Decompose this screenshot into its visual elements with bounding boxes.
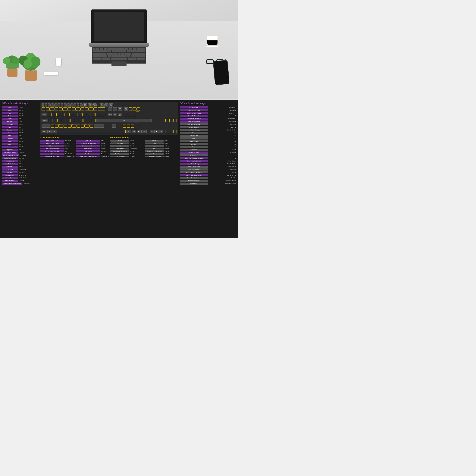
shortcut-key: Ctrl+End (19, 157, 24, 159)
excel-shortcut-item: Paste SpecialCtrl+Alt+V (76, 150, 109, 153)
right-shortcut-key: Windows+F+Ctrl (226, 180, 236, 182)
excel-shortcut-item: Add / Edit AnnotationsShift+F2 (40, 142, 74, 145)
word-key: Ctrl + U (130, 143, 135, 144)
right-shortcut-label: Open *Find All Files (180, 120, 208, 122)
right-shortcut-item: Rename FileF2 (180, 134, 236, 137)
key-f2: F2 (48, 103, 51, 107)
shortcut-label: Replace (2, 129, 18, 131)
key-space (58, 130, 126, 133)
right-shortcut-label: Switch Input Method (180, 123, 208, 125)
right-shortcut-label: Refresh (180, 143, 208, 145)
left-shortcut-item: Skip To Beginning of FileCtrl+Home (2, 154, 38, 157)
word-title-yellow: Shortcut Keys (116, 136, 130, 139)
left-title-purple: Shortcut Keys (10, 102, 28, 105)
key-t (65, 113, 69, 116)
key-lalt: Alt (52, 130, 57, 133)
key-f5: F5 (57, 103, 60, 107)
key-4 (59, 107, 63, 111)
key-np-sub (136, 107, 140, 111)
excel-key: Alt+= (101, 140, 104, 141)
right-shortcut-key: Windows+Shift+S (225, 183, 236, 185)
word-label: Select All (145, 148, 164, 150)
key-x (55, 124, 59, 128)
key-prtsc: Prt ScSysrq (83, 103, 87, 107)
shortcut-key: Ctrl+I (19, 143, 22, 145)
keyboard-asdf-row: Caps Lock Enter (42, 119, 177, 122)
right-shortcut-key: F5 (235, 143, 236, 145)
key-minus (89, 107, 93, 111)
key-f6: F6 (61, 103, 63, 107)
key-np-enter (135, 122, 138, 129)
excel-title-yellow: Shortcut Keys (46, 136, 60, 139)
word-shortcut-item: Open DocumentCtrl + 0 (110, 153, 144, 155)
key-capslock-top: CapsLock (104, 103, 108, 107)
word-label: Font Bold (110, 140, 129, 142)
excel-shortcut-item: Insert A TableCtrl+T (76, 147, 109, 150)
key-rbracket (95, 113, 99, 116)
shortcut-label: Insert Date (2, 177, 18, 179)
laptop-keyboard (92, 47, 146, 64)
shortcut-label: Skip To Beginning of File (2, 154, 19, 156)
left-shortcut-item: SaveCtrl+S (2, 106, 38, 109)
excel-shortcut-item: Set Cell FormatCtrl+1 (40, 145, 74, 147)
right-shortcut-key: Ctrl+Shift (230, 123, 236, 125)
right-shortcut-label: Switch Window (180, 126, 208, 128)
key-f7: F7 (64, 103, 67, 107)
key-m (77, 124, 80, 128)
key-lshift: Shift (42, 124, 50, 128)
word-label: Cut (110, 145, 129, 147)
desk-photo (0, 0, 238, 100)
right-shortcut-item: Open *Find All FilesWindows+F (180, 120, 236, 123)
right-shortcut-key: F2 (235, 135, 236, 136)
key-f4: F4 (54, 103, 57, 107)
left-shortcut-item: Switch Input MethodCtrl+Shift (2, 151, 38, 154)
word-shortcut-item: CutCtrl + X (110, 145, 144, 147)
right-shortcut-key: Ctrl+Alt+Delete (226, 160, 236, 162)
left-shortcut-item: Align Both EndsCtrl+J (2, 162, 38, 165)
keyboard-number-row: Back Space Insert Home PageUp NumLock (42, 107, 177, 111)
phone (214, 61, 229, 85)
right-shortcut-label: Open The Start Menu (180, 177, 208, 179)
key-semi (88, 119, 91, 122)
right-shortcut-item: Some Motherboards Boot UpF12 (180, 157, 236, 159)
shortcut-key: Ctrl+K (19, 149, 23, 151)
left-shortcut-item: FindCtrl+F (2, 126, 38, 128)
right-shortcut-key: F4 (235, 140, 236, 142)
excel-label: Select the Entire Worksheet (76, 142, 100, 144)
word-key: Ctrl + Alt + V (130, 148, 137, 149)
shortcut-label: Recover (2, 120, 18, 122)
right-shortcut-label: Move Focus To Next Item (180, 171, 208, 173)
shortcut-key: Ctrl+A (19, 123, 23, 125)
right-shortcut-item: Full ScreenF11 (180, 154, 236, 157)
word-shortcut-item: Paste SpecialCtrl + Alt + V (110, 147, 144, 150)
left-shortcut-item: PasteCtrl+V (2, 115, 38, 117)
coffee-cup (207, 36, 219, 47)
key-lctrl: Ctrl (42, 130, 47, 133)
shortcut-label: Save (2, 106, 18, 108)
key-ralt: Alt (126, 130, 131, 133)
word-shortcut-item: Create New DocumentCtrl + N (145, 155, 178, 158)
excel-shortcut-item: Line FeedEnter (76, 153, 109, 155)
right-shortcut-label: Help (180, 132, 208, 134)
excel-shortcut-item: To The Top Of The TableCtrl+↑ (40, 150, 74, 153)
right-shortcut-label: Minimize All Windows (180, 118, 208, 120)
key-n (72, 124, 76, 128)
right-shortcut-label: Quick Screen Lock (180, 109, 208, 111)
word-key: Ctrl + Y (165, 151, 169, 152)
shortcut-label: Preview (2, 171, 18, 173)
key-comma (81, 124, 85, 128)
left-shortcut-item: PrintCtrl+p (2, 134, 38, 137)
shortcut-label: Close Preview (2, 174, 18, 176)
right-shortcut-key: Windows+M (228, 118, 236, 119)
charger-brick (44, 72, 58, 75)
key-backtick (42, 107, 45, 111)
excel-key: Enter (101, 153, 104, 154)
key-lbracket (91, 113, 95, 116)
word-label: Text Italic (145, 140, 164, 142)
key-npdot (173, 130, 177, 133)
excel-label: Filter (40, 153, 65, 155)
key-insert: Insert (108, 107, 112, 111)
left-shortcut-item: PositioningCtrl+G (2, 165, 38, 168)
right-shortcut-item: Switch Input MethodCtrl+Shift (180, 123, 236, 126)
word-key: Ctrl + I (165, 140, 169, 141)
